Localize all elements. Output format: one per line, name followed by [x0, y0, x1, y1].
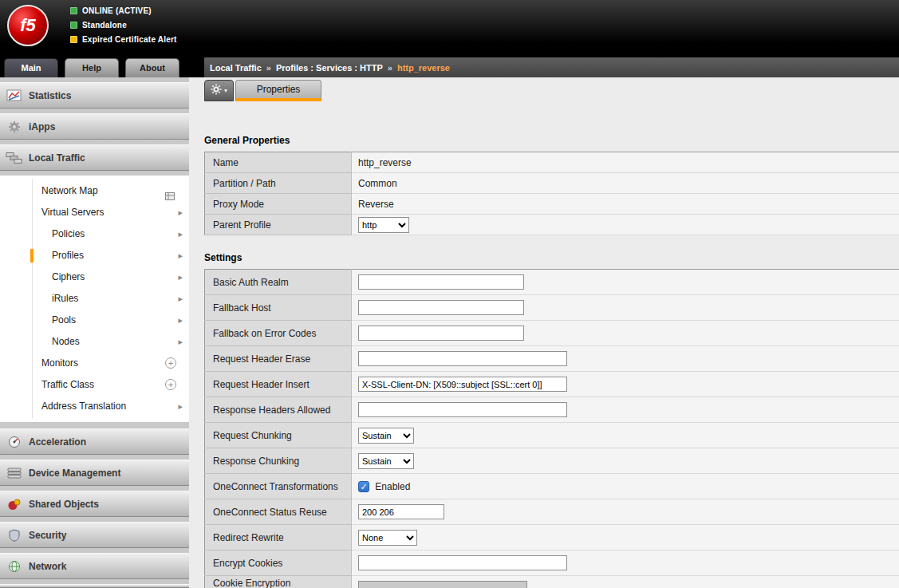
table-row: Request Header Erase: [205, 346, 899, 372]
iapps-icon: [0, 120, 29, 133]
status-standalone-label: Standalone: [82, 21, 127, 30]
oneconnect-enabled-label: Enabled: [375, 481, 410, 492]
field-value-fallback-error-codes: [352, 321, 899, 346]
chevron-right-icon: ▸: [178, 202, 183, 223]
fallback-error-codes-input[interactable]: [358, 326, 524, 341]
oneconnect-transformations-checkbox[interactable]: ✓: [358, 481, 369, 492]
cookie-encryption-passphrase-input[interactable]: [358, 581, 527, 588]
request-header-insert-input[interactable]: [358, 377, 567, 392]
sidebar-item-local-traffic[interactable]: Local Traffic: [0, 144, 189, 171]
status-online-label: ONLINE (ACTIVE): [82, 6, 152, 15]
table-row: Parent Profile http: [205, 215, 899, 235]
breadcrumb-local-traffic[interactable]: Local Traffic: [210, 63, 262, 73]
add-plus-icon[interactable]: +: [165, 379, 176, 390]
sidebar-item-ciphers[interactable]: Ciphers ▸: [0, 266, 189, 288]
breadcrumb-separator: »: [388, 63, 392, 73]
field-value-oneconnect-status-reuse: [352, 499, 899, 525]
table-row: Fallback on Error Codes: [205, 321, 899, 346]
field-label-oneconnect-status-reuse: OneConnect Status Reuse: [205, 499, 352, 525]
redirect-rewrite-select[interactable]: None: [358, 530, 417, 546]
caret-down-icon: ▾: [224, 87, 227, 94]
request-header-erase-input[interactable]: [358, 351, 567, 366]
sidebar-item-shared-objects[interactable]: Shared Objects: [0, 491, 189, 517]
sidebar-item-label: Statistics: [29, 90, 71, 101]
sub-item-label: Address Translation: [41, 401, 126, 412]
field-label-fallback-error-codes: Fallback on Error Codes: [205, 321, 352, 346]
fallback-host-input[interactable]: [358, 300, 524, 315]
encrypt-cookies-input[interactable]: [358, 555, 567, 570]
status-yellow-icon: [70, 36, 77, 43]
sidebar-item-label: Security: [29, 530, 66, 541]
field-value-partition-path: Common: [352, 173, 899, 194]
sidebar-item-statistics[interactable]: Statistics: [0, 82, 189, 109]
sub-item-label: Traffic Class: [41, 379, 94, 390]
sidebar-item-pools[interactable]: Pools ▸: [0, 310, 189, 331]
sub-item-label: Pools: [52, 314, 76, 326]
field-label-request-header-insert: Request Header Insert: [205, 372, 352, 397]
sidebar-item-monitors[interactable]: Monitors +: [0, 353, 189, 374]
breadcrumb-current-profile: http_reverse: [397, 63, 450, 73]
chevron-right-icon: ▸: [178, 266, 183, 288]
breadcrumb-profiles-services-http[interactable]: Profiles : Services : HTTP: [276, 63, 383, 73]
sidebar-item-traffic-class[interactable]: Traffic Class +: [0, 374, 189, 396]
sidebar-item-security[interactable]: Security: [0, 522, 189, 548]
tab-help[interactable]: Help: [65, 58, 119, 77]
sidebar-item-virtual-servers[interactable]: Virtual Servers ▸: [0, 202, 189, 223]
sidebar-item-policies[interactable]: Policies ▸: [0, 223, 189, 245]
field-label-redirect-rewrite: Redirect Rewrite: [205, 525, 352, 551]
response-chunking-select[interactable]: Sustain: [358, 453, 414, 469]
tab-main[interactable]: Main: [4, 58, 58, 77]
field-label-response-headers-allowed: Response Headers Allowed: [205, 397, 352, 423]
request-chunking-select[interactable]: Sustain: [358, 428, 414, 444]
field-value-parent-profile: http: [352, 215, 899, 235]
sidebar-item-iapps[interactable]: iApps: [0, 113, 189, 140]
table-row: Cookie Encryption Passphrase: [205, 576, 899, 588]
sidebar: Statistics iApps Local Traffic Network M…: [0, 77, 189, 588]
chevron-right-icon: ▸: [178, 245, 183, 266]
status-row-online: ONLINE (ACTIVE): [70, 3, 177, 18]
sidebar-item-irules[interactable]: iRules ▸: [0, 288, 189, 310]
sidebar-item-partial[interactable]: [0, 584, 189, 588]
local-traffic-subnav: Network Map Virtual Servers ▸ Policies ▸…: [0, 176, 189, 422]
f5-logo[interactable]: f5: [7, 5, 49, 46]
general-properties-table: Name http_reverse Partition / Path Commo…: [204, 152, 899, 235]
top-header: f5 ONLINE (ACTIVE) Standalone Expired Ce…: [0, 0, 899, 77]
table-row: Response Chunking Sustain: [205, 448, 899, 474]
sidebar-item-network[interactable]: Network: [0, 553, 189, 579]
add-plus-icon[interactable]: +: [165, 357, 176, 369]
shared-objects-icon: [0, 498, 29, 511]
field-value-response-chunking: Sustain: [352, 448, 899, 474]
field-value-request-header-insert: [352, 372, 899, 397]
field-label-encrypt-cookies: Encrypt Cookies: [205, 551, 352, 576]
tab-about[interactable]: About: [125, 58, 179, 77]
gear-icon: [211, 84, 222, 98]
sidebar-item-device-management[interactable]: Device Management: [0, 460, 189, 486]
field-label-fallback-host: Fallback Host: [205, 295, 352, 321]
status-row-standalone: Standalone: [70, 18, 177, 32]
sidebar-item-nodes[interactable]: Nodes ▸: [0, 331, 189, 353]
sidebar-item-address-translation[interactable]: Address Translation ▸: [0, 396, 189, 417]
basic-auth-realm-input[interactable]: [358, 274, 524, 290]
menu-gear-tab[interactable]: ▾: [204, 80, 234, 101]
sidebar-item-acceleration[interactable]: Acceleration: [0, 428, 189, 455]
f5-logo-text: f5: [20, 15, 36, 36]
response-headers-allowed-input[interactable]: [358, 402, 567, 417]
sidebar-item-network-map[interactable]: Network Map: [0, 180, 189, 202]
sidebar-item-label: Device Management: [29, 468, 120, 479]
field-value-oneconnect-transformations: ✓ Enabled: [352, 474, 899, 499]
sub-item-label: Virtual Servers: [41, 207, 104, 218]
selected-item-marker: [30, 249, 34, 262]
field-value-redirect-rewrite: None: [352, 525, 899, 551]
chevron-right-icon: ▸: [178, 310, 183, 331]
sidebar-item-label: Shared Objects: [29, 499, 99, 510]
chevron-right-icon: ▸: [178, 331, 183, 353]
oneconnect-status-reuse-input[interactable]: [358, 504, 444, 519]
field-label-cookie-encryption-passphrase: Cookie Encryption Passphrase: [205, 576, 352, 588]
parent-profile-select[interactable]: http: [358, 217, 409, 233]
field-label-proxy-mode: Proxy Mode: [205, 194, 352, 215]
sidebar-item-profiles[interactable]: Profiles ▸: [0, 245, 189, 266]
field-label-request-header-erase: Request Header Erase: [205, 346, 352, 372]
table-row: Encrypt Cookies: [205, 551, 899, 576]
breadcrumb: Local Traffic » Profiles : Services : HT…: [204, 57, 899, 77]
tab-properties[interactable]: Properties: [235, 80, 321, 101]
